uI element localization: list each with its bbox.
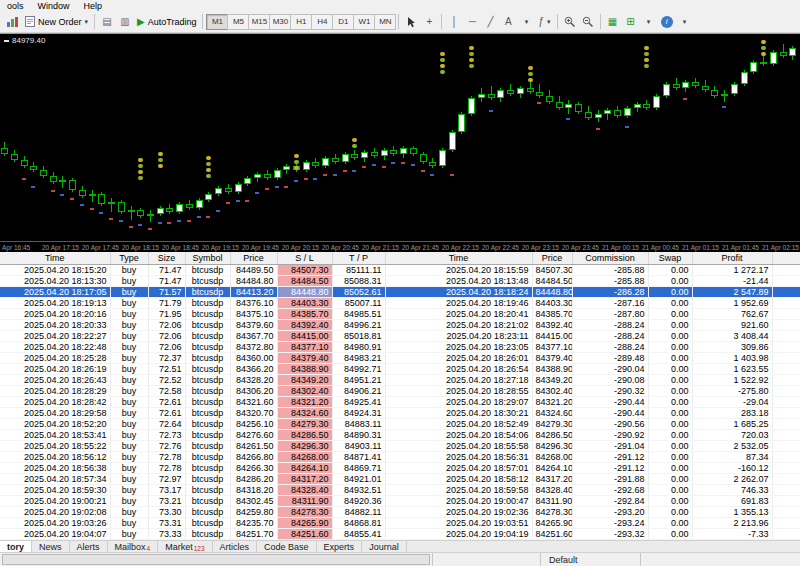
help-button[interactable]: i [658,13,676,31]
history-row[interactable]: 2025.04.20 19:04:07buy73.33btcusdp84251.… [0,528,800,539]
history-row[interactable]: 2025.04.20 18:15:20buy71.47btcusdp84489.… [0,264,800,275]
menu-item-window[interactable]: Window [38,1,70,11]
cell-time-close: 2025.04.20 18:20:41 [385,308,532,319]
autotrading-button[interactable]: ▶ AutoTrading [134,13,199,31]
horizontal-scrollbar[interactable] [2,554,430,565]
cell-commission: -290.44 [572,396,648,407]
tab-code-base[interactable]: Code Base [257,541,317,552]
column-header-time-close[interactable]: Time [385,252,532,264]
tile-windows-button[interactable]: ▦ [604,13,622,31]
new-chart-button[interactable] [3,13,22,31]
history-row[interactable]: 2025.04.20 18:53:41buy72.73btcusdp84276.… [0,429,800,440]
menu-item-help[interactable]: Help [84,1,103,11]
column-header-symbol[interactable]: Symbol [185,252,230,264]
crosshair-button[interactable]: + [420,13,438,31]
history-row[interactable]: 2025.04.20 18:26:19buy72.51btcusdp84366.… [0,363,800,374]
status-profile[interactable]: Default [540,553,640,566]
history-row[interactable]: 2025.04.20 18:20:33buy72.06btcusdp84379.… [0,319,800,330]
history-row[interactable]: 2025.04.20 19:03:26buy73.31btcusdp84235.… [0,517,800,528]
shapes-button[interactable]: ▾ [517,13,535,31]
candle [731,84,738,94]
tab-experts[interactable]: Experts [317,541,363,552]
history-row[interactable]: 2025.04.20 18:22:27buy72.06btcusdp84367.… [0,330,800,341]
trendline-button[interactable]: ╱ [481,13,499,31]
timeframe-d1-button[interactable]: D1 [332,14,354,30]
history-row[interactable]: 2025.04.20 18:25:28buy72.37btcusdp84360.… [0,352,800,363]
zoom-out-button[interactable] [579,13,597,31]
cell-symbol: btcusdp [185,528,230,539]
new-order-button[interactable]: New Order ▾ [22,13,91,31]
history-row[interactable]: 2025.04.20 18:22:48buy72.06btcusdp84372.… [0,341,800,352]
history-row[interactable]: 2025.04.20 18:29:58buy72.61btcusdp84320.… [0,407,800,418]
column-header-type[interactable]: Type [110,252,148,264]
indicators-button[interactable]: ƒ ▾ [535,13,553,31]
column-header-swap[interactable]: Swap [648,252,692,264]
vertical-line-button[interactable]: │ [445,13,463,31]
tab-market[interactable]: Market123 [158,541,212,552]
history-row[interactable]: 2025.04.20 18:59:30buy73.17btcusdp84318.… [0,484,800,495]
column-header-tp[interactable]: T / P [332,252,385,264]
cell-sl: 84392.40 [277,319,332,330]
history-row[interactable]: 2025.04.20 18:28:29buy72.58btcusdp84306.… [0,385,800,396]
more-dropdown-button[interactable]: ▾ [676,13,694,31]
history-row[interactable]: 2025.04.20 18:17:05buy71.57btcusdp84413.… [0,286,800,297]
history-row[interactable]: 2025.04.20 18:57:34buy72.97btcusdp84286.… [0,473,800,484]
timeframe-m1-button[interactable]: M1 [206,14,228,30]
column-header-size[interactable]: Size [148,252,185,264]
history-row[interactable]: 2025.04.20 18:19:13buy71.79btcusdp84376.… [0,297,800,308]
menu-item-ools[interactable]: ools [7,1,24,11]
history-header-row[interactable]: TimeTypeSizeSymbolPriceS / LT / PTimePri… [0,252,800,264]
timeframe-m15-button[interactable]: M15 [248,14,270,30]
cascade-windows-button[interactable]: ⊞ [622,13,640,31]
time-axis-label: 20 Apr 21:15 [362,244,399,251]
layouts-dropdown-button[interactable]: ▾ [640,13,658,31]
cell-type: buy [110,495,148,506]
history-row[interactable]: 2025.04.20 19:00:21buy73.21btcusdp84302.… [0,495,800,506]
horizontal-line-button[interactable]: ─ [463,13,481,31]
timeframe-h1-button[interactable]: H1 [290,14,312,30]
candle [118,202,125,212]
history-row[interactable]: 2025.04.20 19:02:08buy73.30btcusdp84259.… [0,506,800,517]
tab-mailbox[interactable]: Mailbox4 [108,541,159,552]
tab-articles[interactable]: Articles [213,541,258,552]
history-row[interactable]: 2025.04.20 18:56:12buy72.78btcusdp84266.… [0,451,800,462]
zoom-in-button[interactable] [561,13,579,31]
history-row[interactable]: 2025.04.20 18:55:22buy72.76btcusdp84261.… [0,440,800,451]
tab-news[interactable]: News [32,541,70,552]
tab-journal[interactable]: Journal [362,541,407,552]
timeframe-m30-button[interactable]: M30 [269,14,291,30]
history-row[interactable]: 2025.04.20 18:26:43buy72.52btcusdp84328.… [0,374,800,385]
history-row[interactable]: 2025.04.20 18:13:30buy71.47btcusdp84484.… [0,275,800,286]
tab-alerts[interactable]: Alerts [70,541,108,552]
chart-plot[interactable] [0,34,800,241]
history-row[interactable]: 2025.04.20 18:20:16buy71.95btcusdp84375.… [0,308,800,319]
column-header-price-open[interactable]: Price [230,252,277,264]
column-header-time-open[interactable]: Time [0,252,110,264]
timeframe-w1-button[interactable]: W1 [353,14,375,30]
column-header-profit[interactable]: Profit [692,252,772,264]
cell-price-open: 84321.60 [230,396,277,407]
data-window-button[interactable]: ▥ [116,13,134,31]
time-axis-label: 20 Apr 21:45 [402,244,439,251]
cell-swap: 0.00 [648,451,692,462]
tab-tory[interactable]: tory [0,541,32,552]
column-header-filler[interactable] [772,252,800,264]
column-header-commission[interactable]: Commission [572,252,648,264]
cell-time-open: 2025.04.20 18:57:34 [0,473,110,484]
history-row[interactable]: 2025.04.20 18:28:42buy72.61btcusdp84321.… [0,396,800,407]
column-header-sl[interactable]: S / L [277,252,332,264]
cell-price-open: 84302.45 [230,495,277,506]
market-watch-button[interactable]: ▤ [98,13,116,31]
text-tool-button[interactable]: A [499,13,517,31]
history-row[interactable]: 2025.04.20 18:52:20buy72.64btcusdp84256.… [0,418,800,429]
cell-sl: 84265.90 [277,517,332,528]
timeframe-mn-button[interactable]: MN [374,14,396,30]
candle [69,180,76,190]
cursor-button[interactable] [402,13,420,31]
timeframe-h4-button[interactable]: H4 [311,14,333,30]
history-row[interactable]: 2025.04.20 18:56:38buy72.78btcusdp84266.… [0,462,800,473]
column-header-price-close[interactable]: Price [532,252,572,264]
timeframe-m5-button[interactable]: M5 [227,14,249,30]
cell-tp: 84924.31 [332,407,385,418]
cell-profit: 2 262.07 [692,473,772,484]
